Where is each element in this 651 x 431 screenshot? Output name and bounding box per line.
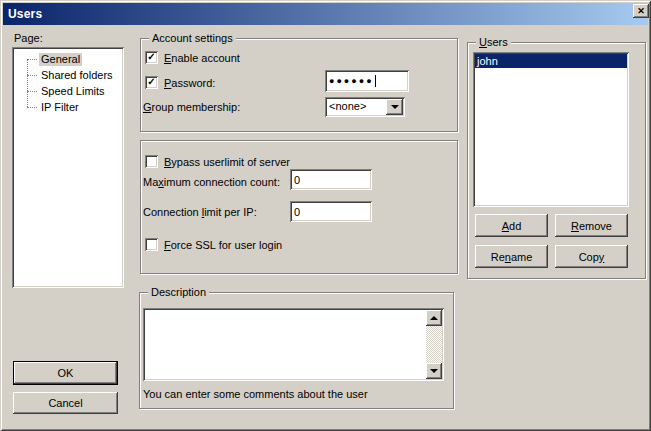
scroll-up-button[interactable]: [426, 310, 442, 326]
cancel-label: Cancel: [48, 397, 82, 409]
remove-button[interactable]: Remove: [555, 214, 628, 237]
description-hint: You can enter some comments about the us…: [143, 388, 368, 401]
ok-button[interactable]: OK: [13, 361, 118, 385]
rename-button[interactable]: Rename: [475, 245, 548, 268]
scroll-down-button[interactable]: [426, 363, 442, 379]
add-label: Add: [502, 220, 522, 232]
password-value: ●●●●●●: [329, 76, 374, 86]
ok-label: OK: [58, 367, 74, 379]
close-icon: ✕: [637, 7, 645, 16]
tree-item-label: Speed Limits: [39, 85, 107, 98]
account-settings-title: Account settings: [149, 32, 236, 45]
description-title: Description: [148, 286, 209, 299]
tree-item-shared-folders[interactable]: Shared folders: [12, 67, 124, 83]
description-textarea[interactable]: [143, 308, 444, 381]
ip-limit-value: 0: [294, 206, 300, 218]
enable-account-checkbox[interactable]: ✓: [145, 51, 158, 64]
ip-limit-label: Connection limit per IP:: [143, 206, 257, 219]
bypass-userlimit-checkbox[interactable]: ✓: [145, 155, 158, 168]
user-name: john: [477, 55, 498, 67]
copy-button[interactable]: Copy: [555, 245, 628, 268]
tree-item-label: Shared folders: [39, 69, 115, 82]
text-caret: [375, 75, 376, 87]
password-checkbox[interactable]: ✓: [145, 76, 158, 89]
group-membership-value: <none>: [329, 100, 366, 113]
users-group-title: Users: [476, 36, 511, 49]
force-ssl-label: Force SSL for user login: [164, 239, 282, 252]
tree-item-label: General: [39, 53, 82, 66]
password-label: Password:: [164, 77, 215, 90]
max-connection-value: 0: [294, 174, 300, 186]
vertical-scrollbar[interactable]: [426, 310, 442, 379]
dropdown-button[interactable]: [386, 99, 403, 115]
group-membership-select[interactable]: <none>: [325, 97, 405, 117]
max-connection-label: Maximum connection count:: [143, 176, 280, 189]
triangle-down-icon: [430, 369, 438, 373]
group-membership-label: Group membership:: [143, 101, 240, 114]
rename-label: Rename: [491, 251, 533, 263]
checkmark-icon: ✓: [147, 52, 155, 62]
cancel-button[interactable]: Cancel: [13, 392, 118, 414]
list-item-john[interactable]: john: [475, 54, 627, 68]
copy-label: Copy: [579, 251, 605, 263]
tree-item-label: IP Filter: [39, 101, 81, 114]
password-input[interactable]: ●●●●●●: [325, 70, 409, 92]
checkmark-icon: ✓: [147, 77, 155, 87]
users-listbox[interactable]: john: [473, 52, 629, 207]
max-connection-input[interactable]: 0: [290, 169, 372, 190]
page-label: Page:: [14, 32, 43, 45]
chevron-down-icon: [391, 105, 399, 109]
remove-label: Remove: [571, 220, 612, 232]
close-button[interactable]: ✕: [633, 4, 649, 18]
tree-item-general[interactable]: General: [12, 51, 124, 67]
page-tree[interactable]: General Shared folders Speed Limits IP F…: [12, 47, 124, 288]
enable-account-label: Enable account: [164, 52, 240, 65]
add-button[interactable]: Add: [475, 214, 548, 237]
tree-item-ip-filter[interactable]: IP Filter: [12, 99, 124, 115]
tree-item-speed-limits[interactable]: Speed Limits: [12, 83, 124, 99]
window-title: Users: [3, 7, 42, 21]
ip-limit-input[interactable]: 0: [290, 201, 372, 222]
users-dialog: Users ✕ Page: General Shared folders Spe…: [0, 0, 651, 431]
force-ssl-checkbox[interactable]: ✓: [145, 238, 158, 251]
title-bar[interactable]: Users: [3, 3, 648, 25]
bypass-userlimit-label: Bypass userlimit of server: [164, 156, 290, 169]
triangle-up-icon: [430, 316, 438, 320]
